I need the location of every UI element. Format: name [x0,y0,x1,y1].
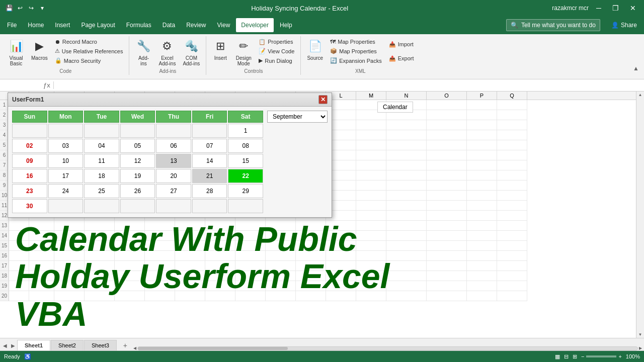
cell-Q14[interactable] [497,231,527,241]
cell-Q7[interactable] [497,160,527,170]
cal-cell-2-4[interactable]: 13 [156,154,191,168]
cell-D20[interactable] [85,291,115,301]
add-ins-button[interactable]: 🔧 Add-ins [132,37,154,67]
cal-cell-0-6[interactable]: 1 [228,124,263,138]
cell-C16[interactable] [54,251,85,261]
cal-cell-0-3[interactable] [120,124,155,138]
cell-O20[interactable] [427,291,467,301]
cell-P8[interactable] [467,170,497,180]
tab-scroll-left[interactable]: ◀ [1,340,9,350]
excel-addins-button[interactable]: ⚙ ExcelAdd-ins [155,37,179,67]
cell-N17[interactable] [386,261,427,271]
cell-K20[interactable] [296,291,326,301]
cell-N10[interactable] [386,191,427,201]
ribbon-collapse-button[interactable]: ▲ [630,64,642,73]
cell-B15[interactable] [29,241,54,251]
sheet-tab-sheet3[interactable]: Sheet3 [84,340,117,350]
design-mode-button[interactable]: ✏ DesignMode [232,37,255,67]
menu-insert[interactable]: Insert [50,18,75,32]
cell-P4[interactable] [467,130,497,140]
cal-cell-0-0[interactable] [12,124,47,138]
cal-cell-3-6[interactable]: 22 [228,169,263,183]
cell-A18[interactable] [9,271,29,281]
use-relative-button[interactable]: ⚠ Use Relative References [52,47,126,55]
cell-K15[interactable] [296,241,326,251]
cell-Q4[interactable] [497,130,527,140]
cell-M20[interactable] [356,291,386,301]
menu-page-layout[interactable]: Page Layout [76,18,120,32]
cell-Q20[interactable] [497,291,527,301]
ribbon-search[interactable]: 🔍 Tell me what you want to do [506,19,600,31]
cal-cell-1-2[interactable]: 04 [84,139,119,153]
import-button[interactable]: 📥 Import [386,40,417,49]
cell-J14[interactable] [266,231,296,241]
cell-K16[interactable] [296,251,326,261]
cal-cell-1-5[interactable]: 07 [192,139,227,153]
h-scrollbar-track[interactable] [137,346,638,350]
cell-M12[interactable] [356,211,386,221]
cell-N8[interactable] [386,170,427,180]
sheet-tab-sheet1[interactable]: Sheet1 [17,340,50,350]
cell-G17[interactable] [175,261,205,271]
cell-M16[interactable] [356,251,386,261]
cell-P18[interactable] [467,271,497,281]
cal-cell-4-6[interactable]: 29 [228,184,263,198]
sheet-tab-sheet2[interactable]: Sheet2 [51,340,84,350]
cell-Q3[interactable] [497,120,527,130]
cell-O7[interactable] [427,160,467,170]
cell-P9[interactable] [467,180,497,191]
cell-N15[interactable] [386,241,427,251]
cell-O1[interactable] [427,100,467,110]
cal-cell-5-1[interactable] [48,199,84,213]
cal-cell-5-0[interactable]: 30 [12,199,47,213]
cell-O14[interactable] [427,231,467,241]
cal-cell-3-1[interactable]: 17 [48,169,84,183]
cell-C18[interactable] [54,271,85,281]
cell-C20[interactable] [54,291,85,301]
cal-cell-2-2[interactable]: 11 [84,154,119,168]
cell-I17[interactable] [235,261,266,271]
cell-J18[interactable] [266,271,296,281]
cell-P3[interactable] [467,120,497,130]
restore-button[interactable]: ❐ [609,1,623,15]
cell-N13[interactable] [386,221,427,231]
cell-P19[interactable] [467,281,497,291]
h-scrollbar-thumb[interactable] [138,347,288,350]
view-code-button[interactable]: 📝 View Code [256,47,297,55]
cell-J17[interactable] [266,261,296,271]
cell-F20[interactable] [145,291,175,301]
cal-cell-1-3[interactable]: 05 [120,139,155,153]
zoom-out-icon[interactable]: − [581,353,584,359]
cell-Q17[interactable] [497,261,527,271]
cell-B13[interactable] [29,221,54,231]
cell-N9[interactable] [386,180,427,191]
cell-M5[interactable] [356,140,386,150]
cell-P14[interactable] [467,231,497,241]
cell-Q12[interactable] [497,211,527,221]
cell-Q13[interactable] [497,221,527,231]
cell-E15[interactable] [115,241,145,251]
cal-cell-4-4[interactable]: 27 [156,184,191,198]
cell-D17[interactable] [85,261,115,271]
cell-C19[interactable] [54,281,85,291]
cell-L19[interactable] [326,281,356,291]
cell-P16[interactable] [467,251,497,261]
cell-F18[interactable] [145,271,175,281]
cell-O15[interactable] [427,241,467,251]
cell-O5[interactable] [427,140,467,150]
cell-Q18[interactable] [497,271,527,281]
visual-basic-button[interactable]: 📊 VisualBasic [5,37,27,67]
cell-M17[interactable] [356,261,386,271]
undo-icon[interactable]: ↩ [15,3,25,13]
cal-cell-3-0[interactable]: 16 [12,169,47,183]
cal-cell-0-1[interactable] [48,124,84,138]
cell-H14[interactable] [205,231,235,241]
cell-A15[interactable] [9,241,29,251]
expansion-packs-button[interactable]: 📦 Map Properties [327,47,384,55]
cal-cell-2-6[interactable]: 15 [228,154,263,168]
zoom-slider-track[interactable] [586,355,616,357]
cell-J19[interactable] [266,281,296,291]
cell-A19[interactable] [9,281,29,291]
map-properties-button[interactable]: 🗺 Map Properties [327,38,384,46]
cell-Q6[interactable] [497,150,527,160]
